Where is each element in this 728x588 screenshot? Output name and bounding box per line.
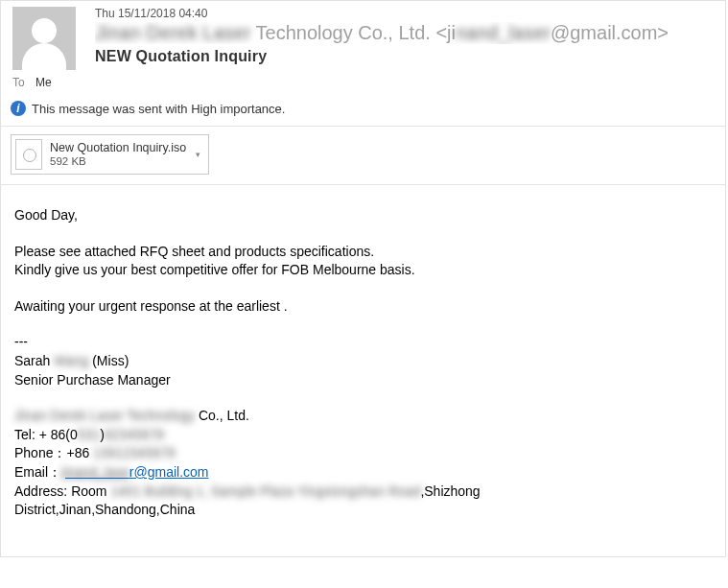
email-body: Good Day, Please see attached RFQ sheet … [1,185,725,556]
body-line-2: Kindly give us your best competitive off… [14,261,712,280]
email-date: Thu 15/11/2018 04:40 [95,7,714,20]
body-line-3: Awaiting your urgent response at the ear… [14,297,712,317]
signature-title: Senior Purchase Manager [14,371,712,390]
attachment-item[interactable]: New Quotation Inquiry.iso 592 KB ▾ [11,134,209,175]
signature-email: Email：jinand_laser@gmail.com [14,463,712,482]
email-header: Thu 15/11/2018 04:40 Jinan Derek Laser T… [1,1,725,97]
signature-name: Sarah Wang (Miss) [14,352,712,371]
attachment-name: New Quotation Inquiry.iso [50,141,186,155]
email-subject: NEW Quotation Inquiry [95,48,714,65]
signature-address-2: District,Jinan,Shandong,China [14,501,712,520]
sender-line: Jinan Derek Laser Technology Co., Ltd. <… [95,22,714,44]
info-icon: i [11,101,26,116]
sender-email-blur: nand_laser [456,22,551,43]
signature-email-link[interactable]: jinand_laser@gmail.com [61,464,209,480]
to-row: To Me [12,76,714,89]
sender-avatar [12,7,76,70]
importance-text: This message was sent with High importan… [32,102,285,116]
sender-name-blur: Jinan Derek Laser [95,22,250,43]
signature-separator: --- [14,333,712,352]
email-view: Thu 15/11/2018 04:40 Jinan Derek Laser T… [0,0,726,557]
signature-tel: Tel: + 86(0531)82345678 [14,426,712,445]
body-greeting: Good Day, [14,206,712,225]
chevron-down-icon[interactable]: ▾ [186,150,200,159]
attachment-size: 592 KB [50,155,186,169]
signature-address-1: Address: Room 1401 Building 1, Sample Pl… [14,482,712,502]
sender-name-mid: Technology Co., Ltd. <ji [250,22,456,43]
signature-phone: Phone：+86 13912345678 [14,444,712,463]
signature-company: Jinan Derek Laser Technology Co., Ltd. [14,407,712,426]
to-value: Me [35,76,52,89]
body-line-1: Please see attached RFQ sheet and produc… [14,243,712,262]
attachments-area: New Quotation Inquiry.iso 592 KB ▾ [1,127,725,185]
sender-email-suffix: @gmail.com> [551,22,669,43]
to-label: To [12,76,25,89]
importance-banner: i This message was sent with High import… [1,97,725,127]
disc-icon [15,139,42,170]
